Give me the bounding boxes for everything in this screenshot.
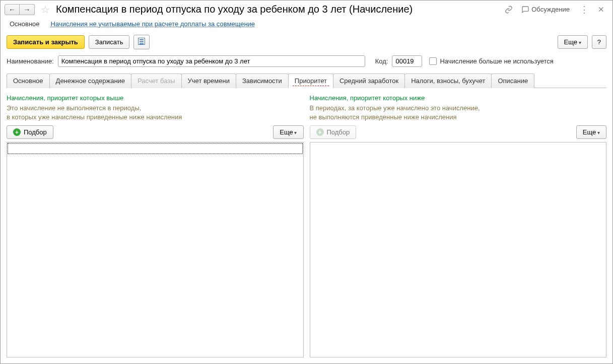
link-icon[interactable] xyxy=(503,4,514,15)
kebab-menu-icon[interactable]: ⋮ xyxy=(577,4,592,15)
help-button[interactable]: ? xyxy=(592,35,606,49)
save-button[interactable]: Записать xyxy=(89,35,130,49)
podbor-left-button[interactable]: + Подбор xyxy=(7,125,53,139)
lower-priority-title: Начисления, приоритет которых ниже xyxy=(310,94,607,102)
tab-bar: Основное Денежное содержание Расчет базы… xyxy=(7,73,606,88)
favorite-star-icon[interactable]: ☆ xyxy=(40,4,51,15)
grid-selected-row[interactable] xyxy=(8,143,303,154)
plus-icon: + xyxy=(13,128,21,136)
plus-icon: + xyxy=(316,128,324,136)
tab-base[interactable]: Расчет базы xyxy=(131,74,182,88)
nav-back-button[interactable]: ← xyxy=(5,4,20,15)
report-button[interactable] xyxy=(133,35,150,49)
lower-priority-grid[interactable] xyxy=(310,142,607,357)
page-title: Компенсация в период отпуска по уходу за… xyxy=(56,4,500,15)
more-left-button[interactable]: Еще xyxy=(273,125,303,139)
lower-priority-desc: В периодах, за которые уже начислено это… xyxy=(310,104,607,121)
tab-time[interactable]: Учет времени xyxy=(181,74,236,88)
name-input[interactable] xyxy=(58,55,365,67)
higher-priority-grid[interactable] xyxy=(7,142,304,357)
tab-deps[interactable]: Зависимости xyxy=(236,74,289,88)
podbor-right-button[interactable]: + Подбор xyxy=(310,125,357,139)
tab-main[interactable]: Основное xyxy=(7,74,50,88)
close-icon[interactable]: ✕ xyxy=(595,5,607,14)
spellcheck-underline-icon xyxy=(293,86,329,86)
tab-taxes[interactable]: Налоги, взносы, бухучет xyxy=(404,74,492,88)
higher-priority-title: Начисления, приоритет которых выше xyxy=(7,94,304,102)
tab-priority-label: Приоритет xyxy=(295,77,327,85)
more-button[interactable]: Еще xyxy=(558,35,588,49)
discussion-button[interactable]: Обсуждение xyxy=(521,6,570,14)
tab-average[interactable]: Средний заработок xyxy=(333,74,405,88)
higher-priority-desc: Это начисление не выполняется в периоды,… xyxy=(7,104,304,121)
code-input[interactable] xyxy=(392,55,422,67)
tab-money[interactable]: Денежное содержание xyxy=(49,74,131,88)
discussion-label: Обсуждение xyxy=(531,6,570,13)
code-label: Код: xyxy=(375,57,388,65)
more-right-button[interactable]: Еще xyxy=(576,125,606,139)
tab-priority[interactable]: Приоритет xyxy=(288,74,333,88)
name-label: Наименование: xyxy=(7,57,54,65)
list-icon xyxy=(138,38,145,45)
tab-description[interactable]: Описание xyxy=(491,74,534,88)
navlink-main[interactable]: Основное xyxy=(10,18,40,30)
nav-forward-button[interactable]: → xyxy=(20,4,35,15)
not-used-label: Начисление больше не используется xyxy=(440,57,553,65)
not-used-checkbox[interactable] xyxy=(429,57,437,65)
navlink-exclusions[interactable]: Начисления не учитываемые при расчете до… xyxy=(51,18,255,30)
save-and-close-button[interactable]: Записать и закрыть xyxy=(7,35,85,49)
